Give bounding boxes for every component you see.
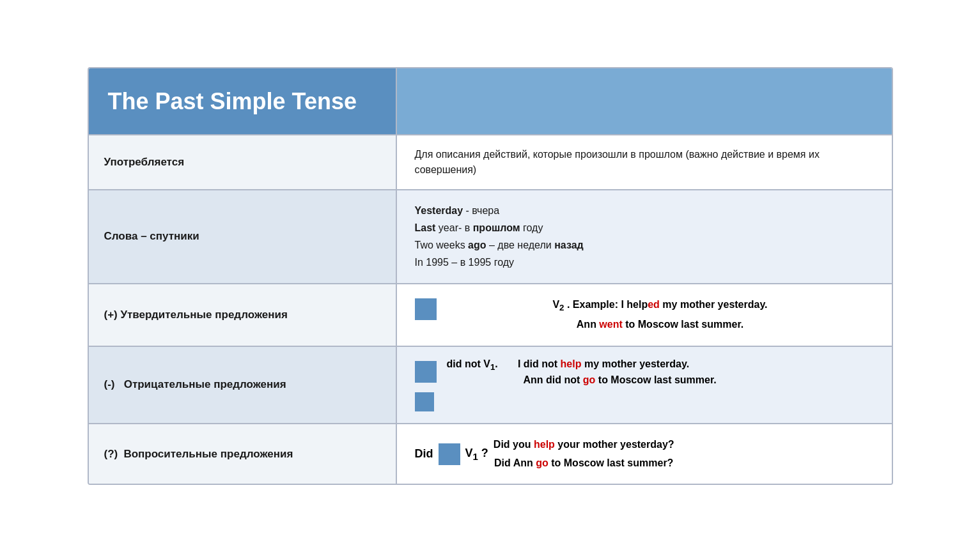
main-table: The Past Simple Tense Употребляется Для … bbox=[88, 67, 893, 486]
table-grid: The Past Simple Tense Употребляется Для … bbox=[89, 68, 892, 484]
word-line-3: Two weeks ago – две недели назад bbox=[415, 236, 874, 254]
words-label: Слова – спутники bbox=[104, 230, 199, 243]
negative-example2: Ann did not go to Moscow last summer. bbox=[447, 374, 717, 386]
words-text-cell: Yesterday - вчера Last year- в прошлом г… bbox=[396, 189, 892, 283]
negative-label-cell: (-) Отрицательные предложения bbox=[89, 346, 396, 423]
negative-wrapper: did not V1. I did not help my mother yes… bbox=[415, 358, 874, 411]
negative-formula-line: did not V1. I did not help my mother yes… bbox=[447, 358, 717, 372]
words-block: Yesterday - вчера Last year- в прошлом г… bbox=[415, 202, 874, 272]
question-examples: Did you help your mother yesterday? Did … bbox=[494, 436, 674, 473]
positive-blue-square bbox=[415, 298, 437, 320]
header-right-cell bbox=[396, 68, 892, 134]
words-label-cell: Слова – спутники bbox=[89, 189, 396, 283]
word-line-1: Yesterday - вчера bbox=[415, 202, 874, 219]
positive-examples: V2 . Example: I helped my mother yesterd… bbox=[447, 296, 874, 334]
page-title: The Past Simple Tense bbox=[108, 88, 357, 115]
negative-bot-row bbox=[415, 390, 874, 411]
negative-blue-square-2 bbox=[415, 392, 434, 411]
negative-label: (-) Отрицательные предложения bbox=[104, 378, 286, 391]
question-text-cell: Did V1 ? Did you help your mother yester… bbox=[396, 423, 892, 484]
question-sub-label: Вопросительные предложения bbox=[121, 448, 293, 461]
positive-label: (+) Утвердительные предложения bbox=[104, 309, 288, 321]
usage-text-cell: Для описания действий, которые произошли… bbox=[396, 134, 892, 189]
question-example2: Did Ann go to Moscow last summer? bbox=[494, 454, 674, 473]
positive-formula-line: V2 . Example: I helped my mother yesterd… bbox=[447, 296, 874, 316]
header-left-cell: The Past Simple Tense bbox=[89, 68, 396, 134]
question-v1: V1 ? bbox=[465, 447, 488, 462]
word-line-4: In 1995 – в 1995 году bbox=[415, 254, 874, 271]
negative-text-cell: did not V1. I did not help my mother yes… bbox=[396, 346, 892, 423]
question-blue-square bbox=[439, 443, 460, 465]
positive-label-cell: (+) Утвердительные предложения bbox=[89, 283, 396, 346]
usage-label-cell: Употребляется bbox=[89, 134, 396, 189]
usage-text: Для описания действий, которые произошли… bbox=[415, 149, 820, 175]
word-line-2: Last year- в прошлом году bbox=[415, 219, 874, 236]
usage-label: Употребляется bbox=[104, 156, 185, 169]
positive-outer: V2 . Example: I helped my mother yesterd… bbox=[415, 296, 874, 334]
positive-example2: Ann went to Moscow last summer. bbox=[447, 316, 874, 334]
negative-blue-square bbox=[415, 361, 437, 383]
positive-text-cell: V2 . Example: I helped my mother yesterd… bbox=[396, 283, 892, 346]
question-did: Did bbox=[415, 447, 433, 461]
question-example1: Did you help your mother yesterday? bbox=[494, 436, 674, 454]
negative-top-row: did not V1. I did not help my mother yes… bbox=[415, 358, 874, 386]
question-content: Did V1 ? Did you help your mother yester… bbox=[415, 436, 874, 473]
question-label-cell: (?) Вопросительные предложения bbox=[89, 423, 396, 484]
negative-combined: did not V1. I did not help my mother yes… bbox=[447, 358, 717, 386]
question-label: (?) bbox=[104, 448, 118, 461]
